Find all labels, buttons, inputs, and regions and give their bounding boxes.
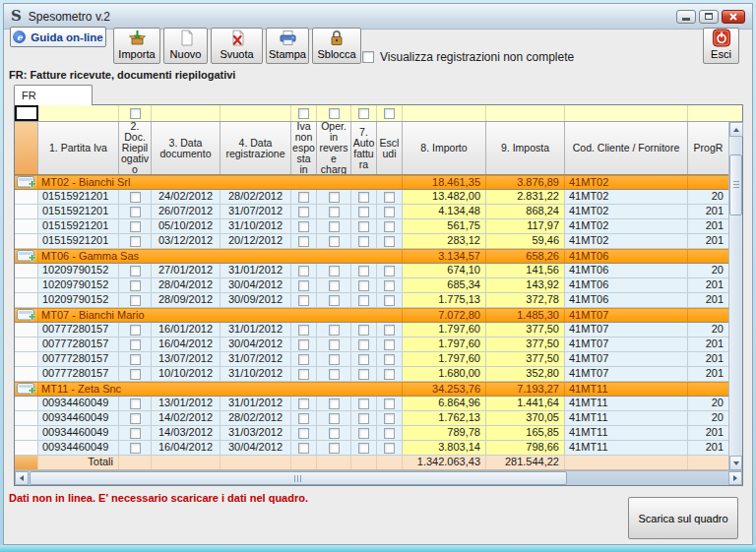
reverse-charge-checkbox[interactable] (329, 325, 340, 336)
filter-imposta[interactable] (486, 105, 565, 121)
print-button[interactable]: Stampa (266, 28, 309, 64)
autofattura-checkbox[interactable] (358, 280, 369, 291)
group-selector-cell[interactable] (15, 309, 38, 322)
escludi-checkbox[interactable] (384, 221, 395, 232)
escludi-checkbox[interactable] (384, 369, 395, 380)
doc-riepilogativo-checkbox[interactable] (130, 266, 141, 276)
table-row[interactable]: 01515921201 05/10/2012 31/10/2012 561,75… (15, 219, 742, 234)
table-row[interactable]: 00777280157 13/07/2012 31/07/2012 1.797,… (15, 352, 742, 367)
col-header-doc-riepilogativo[interactable]: 2. Doc. Riepilogativo (119, 122, 152, 174)
reverse-charge-checkbox[interactable] (329, 413, 340, 424)
reverse-charge-checkbox[interactable] (329, 236, 340, 247)
reverse-charge-checkbox[interactable] (329, 207, 340, 217)
col-header-selector[interactable] (15, 122, 38, 174)
filter-progr[interactable] (688, 105, 742, 121)
doc-riepilogativo-checkbox[interactable] (130, 295, 141, 306)
doc-riepilogativo-checkbox[interactable] (130, 399, 141, 409)
row-selector-cell[interactable] (15, 293, 38, 308)
iva-non-esposta-checkbox[interactable] (298, 207, 309, 217)
vertical-scrollbar[interactable] (728, 122, 742, 470)
doc-riepilogativo-checkbox[interactable] (130, 413, 141, 424)
autofattura-checkbox[interactable] (358, 207, 369, 217)
col-header-cod-cliente[interactable]: Cod. Cliente / Fornitore (565, 122, 688, 174)
table-row[interactable]: 10209790152 28/04/2012 30/04/2012 685,34… (15, 278, 742, 293)
exit-button[interactable]: Esci (703, 28, 739, 64)
doc-riepilogativo-checkbox[interactable] (130, 354, 141, 365)
doc-riepilogativo-checkbox[interactable] (130, 221, 141, 232)
reverse-charge-checkbox[interactable] (329, 354, 340, 365)
autofattura-checkbox[interactable] (358, 399, 369, 409)
autofattura-checkbox[interactable] (358, 192, 369, 203)
iva-non-esposta-checkbox[interactable] (298, 295, 309, 306)
row-selector-cell[interactable] (15, 411, 38, 426)
escludi-checkbox[interactable] (384, 413, 395, 424)
iva-non-esposta-checkbox[interactable] (298, 413, 309, 424)
col-header-iva-non-esposta[interactable]: 5. Iva non esposta in fatt. (291, 122, 317, 174)
show-incomplete-checkbox[interactable] (362, 51, 374, 63)
doc-riepilogativo-checkbox[interactable] (130, 207, 141, 217)
filter-doc-riepilogativo[interactable] (119, 105, 152, 121)
group-selector-cell[interactable] (15, 250, 38, 263)
table-row[interactable]: 10209790152 27/01/2012 31/01/2012 674,10… (15, 264, 742, 278)
row-selector-cell[interactable] (15, 264, 38, 278)
reverse-charge-checkbox[interactable] (329, 339, 340, 350)
iva-non-esposta-checkbox[interactable] (298, 443, 309, 454)
iva-non-esposta-checkbox[interactable] (298, 221, 309, 232)
iva-non-esposta-checkbox[interactable] (298, 192, 309, 203)
unlock-button[interactable]: Sblocca (312, 28, 361, 64)
filter-cod-cliente[interactable] (565, 105, 688, 121)
table-row[interactable]: 00934460049 14/03/2012 31/03/2012 789,78… (15, 426, 742, 441)
row-selector-cell[interactable] (15, 323, 38, 337)
escludi-checkbox[interactable] (384, 339, 395, 350)
autofattura-checkbox[interactable] (358, 266, 369, 276)
filter-autofattura-checkbox[interactable] (358, 108, 369, 119)
reverse-charge-checkbox[interactable] (329, 443, 340, 454)
horizontal-scrollbar-thumb[interactable] (30, 471, 567, 485)
escludi-checkbox[interactable] (384, 443, 395, 454)
table-row[interactable]: 10209790152 28/09/2012 30/09/2012 1.775,… (15, 293, 742, 308)
filter-autofattura[interactable] (351, 105, 377, 121)
escludi-checkbox[interactable] (384, 399, 395, 409)
escludi-checkbox[interactable] (384, 192, 395, 203)
col-header-data-documento[interactable]: 3. Data documento (152, 122, 220, 174)
doc-riepilogativo-checkbox[interactable] (130, 369, 141, 380)
scroll-right-button[interactable] (728, 471, 742, 485)
escludi-checkbox[interactable] (384, 295, 395, 306)
group-selector-cell[interactable] (15, 176, 38, 189)
table-row[interactable]: 01515921201 26/07/2012 31/07/2012 4.134,… (15, 205, 742, 219)
reverse-charge-checkbox[interactable] (329, 295, 340, 306)
filter-data-registrazione[interactable] (220, 105, 291, 121)
filter-reverse-checkbox[interactable] (329, 108, 340, 119)
reverse-charge-checkbox[interactable] (329, 280, 340, 291)
autofattura-checkbox[interactable] (358, 354, 369, 365)
escludi-checkbox[interactable] (384, 325, 395, 336)
escludi-checkbox[interactable] (384, 428, 395, 439)
restore-button[interactable] (699, 10, 719, 24)
iva-non-esposta-checkbox[interactable] (298, 236, 309, 247)
row-selector-cell[interactable] (15, 367, 38, 382)
table-row[interactable]: 01515921201 03/12/2012 20/12/2012 283,12… (15, 234, 742, 249)
reverse-charge-checkbox[interactable] (329, 369, 340, 380)
reverse-charge-checkbox[interactable] (329, 192, 340, 203)
doc-riepilogativo-checkbox[interactable] (130, 339, 141, 350)
filter-iva-non-esposta[interactable] (291, 105, 317, 121)
table-row[interactable]: 00777280157 10/10/2012 31/10/2012 1.680,… (15, 367, 742, 382)
empty-button[interactable]: Svuota (211, 28, 263, 64)
group-row[interactable]: MT07 - Bianchi Mario 7.072,80 1.485,30 4… (15, 308, 742, 323)
minimize-button[interactable] (676, 10, 696, 24)
row-selector-cell[interactable] (15, 441, 38, 456)
col-header-reverse-charge[interactable]: 6. Oper. in reverse charge (317, 122, 351, 174)
row-selector-cell[interactable] (15, 234, 38, 249)
iva-non-esposta-checkbox[interactable] (298, 325, 309, 336)
autofattura-checkbox[interactable] (358, 236, 369, 247)
filter-escludi-checkbox[interactable] (384, 108, 395, 119)
reverse-charge-checkbox[interactable] (329, 221, 340, 232)
table-row[interactable]: 00934460049 16/04/2012 30/04/2012 3.803,… (15, 441, 742, 456)
row-selector-cell[interactable] (15, 352, 38, 367)
autofattura-checkbox[interactable] (358, 295, 369, 306)
row-selector-cell[interactable] (15, 337, 38, 352)
col-header-imposta[interactable]: 9. Imposta (486, 122, 565, 174)
autofattura-checkbox[interactable] (358, 339, 369, 350)
close-button[interactable] (722, 10, 745, 24)
col-header-autofattura[interactable]: 7. Autofattura (351, 122, 377, 174)
